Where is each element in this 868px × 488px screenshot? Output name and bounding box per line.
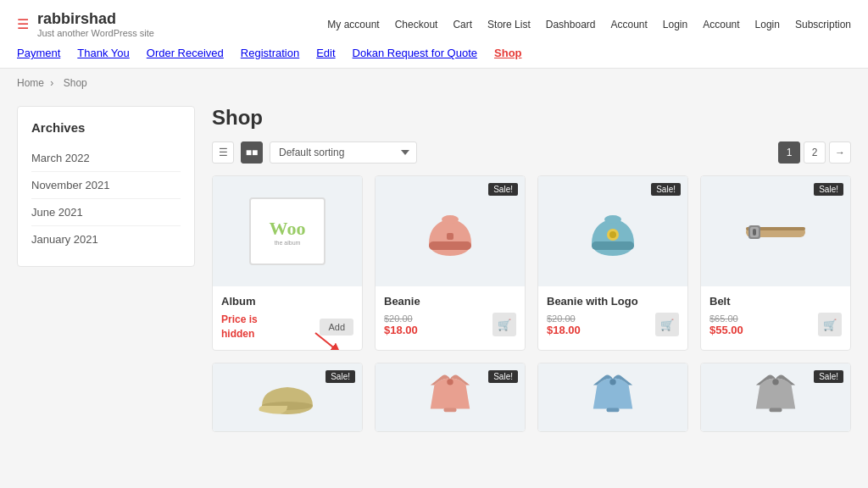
product-info-beanie: Beanie $20.00 $18.00 🛒: [376, 286, 525, 345]
svg-rect-6: [592, 241, 634, 250]
product-card-beanie-logo: Sale! Beanie with Logo: [537, 175, 688, 351]
product-name-beanie: Beanie: [384, 295, 516, 308]
product-name-album: Album: [221, 295, 353, 308]
product-img-beanie: Sale!: [376, 176, 525, 286]
cap-svg: [258, 372, 317, 423]
original-price-beanie-logo: $20.00: [547, 313, 581, 324]
product-card-beanie: Sale! Beanie $20.00: [375, 175, 526, 351]
svg-line-0: [315, 333, 337, 350]
nav-row1: ☰ rabbirshad Just another WordPress site…: [17, 0, 851, 42]
nav-thank-you[interactable]: Thank You: [77, 47, 129, 59]
original-price-beanie: $20.00: [384, 313, 418, 324]
sale-badge-beanie: Sale!: [488, 183, 518, 196]
price-row-beanie-logo: $20.00 $18.00 🛒: [547, 313, 679, 336]
add-to-cart-belt[interactable]: 🛒: [818, 313, 842, 336]
prices-beanie-logo: $20.00 $18.00: [547, 313, 581, 336]
nav-registration[interactable]: Registration: [241, 47, 299, 59]
sort-select[interactable]: Default sorting Sort by popularity Sort …: [270, 141, 417, 164]
site-tagline: Just another WordPress site: [37, 28, 154, 38]
archives-widget: Archives March 2022 November 2021 June 2…: [17, 106, 195, 267]
breadcrumb: Home › Shop: [0, 69, 868, 97]
nav-login2[interactable]: Login: [755, 19, 780, 30]
archive-november-2021[interactable]: November 2021: [31, 172, 181, 199]
product-info-beanie-logo: Beanie with Logo $20.00 $18.00 🛒: [538, 286, 687, 345]
nav-login1[interactable]: Login: [663, 19, 687, 30]
sale-badge-beanie-logo: Sale!: [651, 183, 681, 196]
beanie-pink-svg: [416, 197, 484, 265]
page-1-button[interactable]: 1: [778, 141, 800, 164]
sale-price-beanie: $18.00: [384, 324, 418, 336]
nav-row1-links: My account Checkout Cart Store List Dash…: [327, 19, 851, 30]
sale-badge-hoodie-pink: Sale!: [488, 370, 518, 383]
woo-text: Woo: [270, 218, 306, 240]
top-bar: ☰ rabbirshad Just another WordPress site…: [0, 0, 868, 69]
product-img-cap: Sale!: [213, 363, 362, 431]
svg-point-21: [772, 379, 778, 385]
toolbar-left: ☰ ■■ Default sorting Sort by popularity …: [212, 141, 417, 164]
breadcrumb-separator: ›: [50, 77, 56, 89]
toolbar: ☰ ■■ Default sorting Sort by popularity …: [212, 141, 851, 164]
pagination: 1 2 →: [778, 141, 851, 164]
product-info-album: Album Price ishidden Add: [213, 286, 362, 350]
nav-checkout[interactable]: Checkout: [395, 19, 438, 30]
sale-badge-belt: Sale!: [814, 183, 843, 196]
svg-rect-3: [447, 233, 453, 240]
product-card-hoodie-pink: Sale!: [375, 363, 526, 432]
nav-dashboard[interactable]: Dashboard: [546, 19, 596, 30]
original-price-belt: $65.00: [709, 313, 743, 324]
svg-rect-14: [753, 229, 756, 236]
logo-area: ☰ rabbirshad Just another WordPress site: [17, 10, 154, 38]
nav-my-account[interactable]: My account: [327, 19, 379, 30]
product-img-hoodie-pink: Sale!: [376, 363, 525, 431]
product-img-hoodie-gray: Sale!: [701, 363, 850, 431]
site-name: rabbirshad: [37, 10, 154, 28]
nav-account2[interactable]: Account: [703, 19, 739, 30]
nav-dokan[interactable]: Dokan Request for Quote: [353, 47, 477, 59]
woo-sub: the album: [275, 240, 301, 246]
nav-payment[interactable]: Payment: [17, 47, 60, 59]
product-name-beanie-logo: Beanie with Logo: [547, 295, 679, 308]
product-card-cap: Sale!: [212, 363, 363, 432]
product-info-belt: Belt $65.00 $55.00 🛒: [701, 286, 850, 345]
nav-edit[interactable]: Edit: [316, 47, 335, 59]
price-hidden-text: Price ishidden: [221, 313, 258, 341]
price-row-belt: $65.00 $55.00 🛒: [709, 313, 842, 336]
products-grid-row1: Woo the album Album Price ishidden Add: [212, 175, 851, 351]
grid-view-button[interactable]: ■■: [241, 141, 263, 164]
arrow-annotation: [311, 329, 345, 351]
sidebar: Archives March 2022 November 2021 June 2…: [17, 106, 195, 432]
nav-cart[interactable]: Cart: [453, 19, 472, 30]
product-card-album: Woo the album Album Price ishidden Add: [212, 175, 363, 351]
list-view-button[interactable]: ☰: [212, 141, 234, 164]
nav-subscription[interactable]: Subscription: [795, 19, 851, 30]
svg-point-8: [609, 231, 616, 238]
sale-badge-cap: Sale!: [326, 370, 355, 383]
breadcrumb-home[interactable]: Home: [17, 77, 44, 89]
shop-content: Shop ☰ ■■ Default sorting Sort by popula…: [212, 106, 851, 432]
nav-order-received[interactable]: Order Received: [147, 47, 224, 59]
belt-svg: [742, 197, 810, 265]
page-2-button[interactable]: 2: [804, 141, 826, 164]
arrow-svg: [311, 329, 345, 351]
nav-shop[interactable]: Shop: [494, 47, 522, 59]
archive-june-2021[interactable]: June 2021: [31, 199, 181, 226]
hoodie-blue-svg: [587, 369, 638, 424]
product-img-album: Woo the album: [213, 176, 362, 286]
archive-january-2021[interactable]: January 2021: [31, 226, 181, 252]
hamburger-icon[interactable]: ☰: [17, 16, 29, 32]
svg-point-9: [604, 215, 621, 224]
sale-badge-hoodie-gray: Sale!: [814, 370, 843, 383]
nav-store-list[interactable]: Store List: [487, 19, 531, 30]
add-to-cart-beanie[interactable]: 🛒: [492, 313, 516, 336]
prices-beanie: $20.00 $18.00: [384, 313, 418, 336]
beanie-blue-svg: [579, 197, 647, 265]
add-to-cart-beanie-logo[interactable]: 🛒: [655, 313, 679, 336]
svg-rect-20: [607, 408, 620, 413]
breadcrumb-current: Shop: [64, 77, 87, 89]
archive-march-2022[interactable]: March 2022: [31, 145, 181, 172]
svg-rect-2: [429, 241, 471, 250]
page-next-button[interactable]: →: [829, 141, 851, 164]
product-card-hoodie-gray: Sale!: [700, 363, 851, 432]
price-row-beanie: $20.00 $18.00 🛒: [384, 313, 516, 336]
nav-account1[interactable]: Account: [610, 19, 647, 30]
